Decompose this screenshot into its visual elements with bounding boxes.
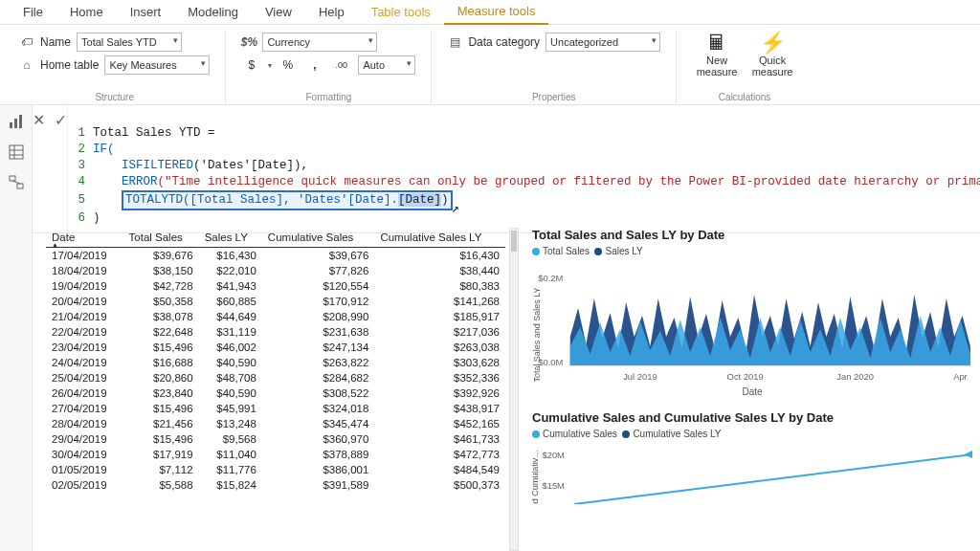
home-icon: ⌂ [19,57,34,73]
group-caption-calculations: Calculations [692,88,797,104]
cancel-formula-button[interactable]: ✕ [33,111,45,129]
quick-measure-icon: ⚡ [760,33,786,54]
group-calculations: 🖩 New measure ⚡ Quick measure Calculatio… [677,31,813,104]
group-caption-properties: Properties [447,88,660,104]
chart1-legend: Total Sales Sales LY [532,246,972,256]
svg-rect-0 [10,122,12,128]
table-row: 21/04/2019$38,078$44,649$208,990$185,917 [46,309,505,324]
table-visual[interactable]: Date Total Sales Sales LY Cumulative Sal… [46,228,505,551]
svg-text:Total Sales and Sales LY: Total Sales and Sales LY [532,287,542,382]
svg-text:and Cumulativ…: and Cumulativ… [532,450,540,504]
svg-line-9 [12,181,20,184]
report-canvas: Date Total Sales Sales LY Cumulative Sal… [33,220,980,551]
tab-view[interactable]: View [252,0,305,24]
chart2-title: Cumulative Sales and Cumulative Sales LY… [532,410,972,425]
tab-measure-tools[interactable]: Measure tools [444,0,549,25]
tab-home[interactable]: Home [56,0,117,24]
svg-text:Jul 2019: Jul 2019 [623,372,657,382]
table-row: 18/04/2019$38,150$22,010$77,826$38,440 [46,263,505,278]
format-select[interactable]: Currency [262,33,377,52]
chart2-legend: Cumulative Sales Cumulative Sales LY [532,429,972,439]
data-category-icon: ▤ [447,34,462,50]
percent-button[interactable]: % [278,55,299,75]
svg-text:$20M: $20M [542,451,564,460]
table-row: 30/04/2019$17,919$11,040$378,889$472,773 [46,447,505,462]
table-header-row: Date Total Sales Sales LY Cumulative Sal… [46,228,505,248]
svg-rect-3 [10,145,23,159]
chart1-svg: $0.2M $0.0M Total Sales and Sales LY Jul… [532,260,972,385]
svg-text:Jan 2020: Jan 2020 [836,372,874,382]
tab-insert[interactable]: Insert [117,0,175,24]
data-category-select[interactable]: Uncategorized [546,33,660,52]
chart-cumulative[interactable]: Cumulative Sales and Cumulative Sales LY… [532,410,972,504]
chart1-title: Total Sales and Sales LY by Date [532,228,972,242]
chart-total-sales[interactable]: Total Sales and Sales LY by Date Total S… [532,228,972,397]
table-row: 17/04/2019$39,676$16,430$39,676$16,430 [46,248,505,264]
table-row: 24/04/2019$16,688$40,590$263,822$303,628 [46,355,505,370]
tab-help[interactable]: Help [305,0,358,24]
tag-icon: 🏷 [19,34,34,50]
table-scrollbar[interactable] [509,228,519,551]
table-row: 22/04/2019$22,648$31,119$231,638$217,036 [46,324,505,340]
table-row: 23/04/2019$15,496$46,002$247,134$263,038 [46,340,505,355]
group-caption-structure: Structure [19,88,210,104]
table-row: 26/04/2019$23,840$40,590$308,522$392,926 [46,386,505,401]
home-table-label: Home table [40,58,99,72]
report-view-icon[interactable] [8,113,25,130]
tab-file[interactable]: File [10,0,56,24]
data-view-icon[interactable] [8,143,25,161]
table-row: 27/04/2019$15,496$45,991$324,018$438,917 [46,401,505,416]
svg-text:Oct 2019: Oct 2019 [727,372,764,382]
thousands-button[interactable]: , [304,55,325,75]
chart1-xlabel: Date [532,386,972,397]
col-cum-sales[interactable]: Cumulative Sales [262,228,375,248]
group-formatting: $% Currency $▾ % , .00 Auto Formatting [226,31,432,104]
formula-controls: ✕ ✓ [33,105,68,232]
group-caption-formatting: Formatting [241,88,415,104]
col-date[interactable]: Date [46,228,123,248]
formula-bar: ✕ ✓ 1Total Sales YTD = 2IF( 3 ISFILTERED… [33,105,980,233]
table-row: 02/05/2019$5,588$15,824$391,589$500,373 [46,477,505,493]
home-table-select[interactable]: Key Measures [104,55,210,75]
new-measure-button[interactable]: 🖩 New measure [692,31,742,77]
commit-formula-button[interactable]: ✓ [55,111,67,129]
table-row: 01/05/2019$7,112$11,776$386,001$484,549 [46,462,505,477]
group-structure: 🏷 Name Total Sales YTD ⌂ Home table Key … [4,31,226,104]
col-total-sales[interactable]: Total Sales [123,228,199,248]
svg-rect-2 [19,115,22,128]
tab-modeling[interactable]: Modeling [174,0,252,24]
measure-name-input[interactable]: Total Sales YTD [77,33,182,52]
col-sales-ly[interactable]: Sales LY [199,228,262,248]
dax-editor[interactable]: 1Total Sales YTD = 2IF( 3 ISFILTERED('Da… [68,105,980,232]
table-row: 25/04/2019$20,860$48,708$284,682$352,336 [46,370,505,386]
data-table: Date Total Sales Sales LY Cumulative Sal… [46,228,505,493]
table-row: 29/04/2019$15,496$9,568$360,970$461,733 [46,431,505,447]
name-label: Name [40,35,71,49]
ribbon-tabs: File Home Insert Modeling View Help Tabl… [0,0,980,25]
svg-text:$15M: $15M [542,481,564,491]
calculator-icon: 🖩 [706,33,727,54]
col-cum-sales-ly[interactable]: Cumulative Sales LY [374,228,505,248]
decimal-places-select[interactable]: Auto [358,55,415,75]
svg-text:Apr: Apr [953,372,968,382]
svg-marker-21 [965,451,972,458]
data-category-label: Data category [468,35,540,49]
chart2-svg: $20M $15M and Cumulativ… [532,443,972,504]
decimals-icon: .00 [331,55,352,75]
table-row: 20/04/2019$50,358$60,885$170,912$141,268 [46,294,505,309]
group-properties: ▤ Data category Uncategorized Properties [432,31,677,104]
format-icon: $% [241,34,256,50]
svg-rect-7 [10,176,15,181]
svg-text:$0.2M: $0.2M [538,274,563,283]
svg-rect-1 [14,119,17,128]
model-view-icon[interactable] [8,174,25,191]
ribbon-body: 🏷 Name Total Sales YTD ⌂ Home table Key … [0,25,980,105]
left-view-rail [0,105,33,551]
svg-rect-8 [17,184,23,188]
tab-table-tools[interactable]: Table tools [358,0,444,24]
table-row: 19/04/2019$42,728$41,943$120,554$80,383 [46,278,505,294]
currency-button[interactable]: $ [241,55,262,75]
table-row: 28/04/2019$21,456$13,248$345,474$452,165 [46,416,505,431]
quick-measure-button[interactable]: ⚡ Quick measure [747,31,797,77]
